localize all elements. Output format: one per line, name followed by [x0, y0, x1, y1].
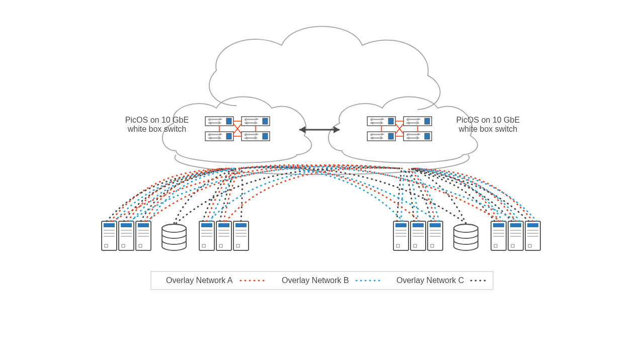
- database-icon: [454, 224, 478, 250]
- overlay-links: [107, 165, 537, 223]
- legend-a-label: Overlay Network A: [166, 276, 233, 285]
- hosts-row: [102, 221, 540, 250]
- right-switch-label-line1: PicOS on 10 GbE: [456, 116, 520, 124]
- network-diagram: PicOS on 10 GbE white box switch PicOS o…: [0, 0, 644, 362]
- server-icon: [216, 221, 231, 250]
- server-icon: [525, 221, 540, 250]
- server-icon: [119, 221, 134, 250]
- legend: Overlay Network A Overlay Network B Over…: [151, 272, 493, 290]
- legend-c-label: Overlay Network C: [396, 276, 464, 285]
- left-switch-label-line2: white box switch: [127, 125, 187, 133]
- server-icon: [102, 221, 117, 250]
- svg-marker-17: [299, 126, 305, 133]
- server-icon: [233, 221, 249, 250]
- legend-b-label: Overlay Network B: [282, 276, 349, 285]
- bidirectional-arrow-icon: [299, 126, 340, 133]
- left-switch-label-line1: PicOS on 10 GbE: [125, 116, 189, 124]
- cloud-backdrop: [163, 27, 477, 175]
- switch-cluster-left: [205, 117, 270, 141]
- database-icon: [162, 224, 186, 250]
- server-icon: [136, 221, 151, 250]
- server-icon: [411, 221, 426, 250]
- switch-cluster-right: [367, 117, 432, 141]
- server-icon: [199, 221, 214, 250]
- server-icon: [393, 221, 409, 250]
- right-switch-label-line2: white box switch: [458, 125, 518, 133]
- server-icon: [508, 221, 523, 250]
- svg-marker-18: [334, 126, 340, 133]
- server-icon: [428, 221, 443, 250]
- server-icon: [491, 221, 506, 250]
